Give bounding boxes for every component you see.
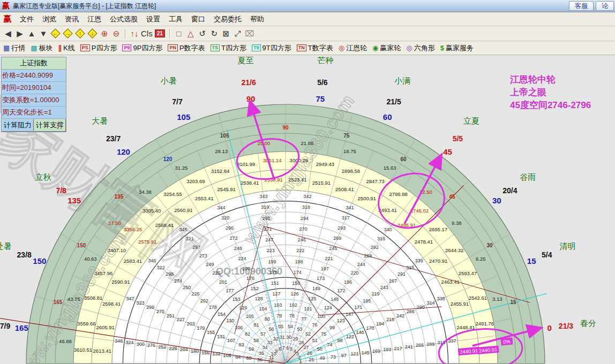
cls-button[interactable]: Cls <box>141 28 153 40</box>
ring-label: 3457.96 <box>94 270 112 276</box>
grid-icon: ▦ <box>3 44 10 52</box>
menu-item-3[interactable]: 江恩 <box>83 13 106 26</box>
rotate-cw-icon[interactable]: ↻ <box>209 28 220 40</box>
band-degree-label: 120 <box>163 156 172 162</box>
nav-right-icon[interactable]: ▶ <box>14 28 25 40</box>
info-row-2: 变换系数=1.00000 <box>2 94 66 107</box>
ring-label: 106 <box>235 325 243 330</box>
nav-left-icon[interactable]: ◀ <box>3 28 13 40</box>
ring-label: 126 <box>290 291 298 297</box>
hexagon-icon: ◎ <box>406 44 412 52</box>
application-window: 赢 赢家江恩专业版[赢家服务平台] - [上证指数 江恩轮] 客服 论 赢 文件… <box>0 0 615 364</box>
winner-wheel-icon: ◉ <box>372 44 378 52</box>
calendar-icon[interactable]: 21 <box>155 29 165 37</box>
module-p-square[interactable]: PSP四方形 <box>80 43 117 53</box>
ring-label: 2605.91 <box>96 324 114 330</box>
degree-label: 15 <box>527 256 536 266</box>
module-quotes[interactable]: ▦行情 <box>3 43 25 53</box>
triangle-tool-icon[interactable]: △ <box>185 28 196 40</box>
pan-right-icon[interactable]: → <box>63 28 72 38</box>
menu-item-4[interactable]: 公式选股 <box>106 13 142 26</box>
ring-label: 79 <box>276 313 282 318</box>
ring-label: 170 <box>366 325 374 331</box>
gann-wheel-chart-area[interactable]: 赢家财富网www.yingjia360.comwww.yingjia360.co… <box>0 55 615 364</box>
ring-label: 40.63 <box>84 256 97 262</box>
ring-label: 174 <box>294 270 302 275</box>
customer-service-button[interactable]: 客服 <box>569 1 594 11</box>
ring-label: 241 <box>405 344 413 350</box>
nav-down-icon[interactable]: ▼ <box>38 28 49 40</box>
ring-label: 171 <box>354 305 362 310</box>
ring-label: 252 <box>158 344 166 350</box>
ring-label: 2470.91 <box>429 258 447 264</box>
module-sectors[interactable]: ▩板块 <box>31 43 52 53</box>
calc-support-button[interactable]: 计算支撑 <box>34 119 66 132</box>
ring-label: 243 <box>380 285 388 290</box>
ring-label: 244 <box>357 262 365 267</box>
ring-label: 2644.32 <box>445 247 463 253</box>
fit-box-icon[interactable]: ⊠ <box>221 28 231 40</box>
ring-label: 294 <box>301 216 309 221</box>
module-winner-service[interactable]: $赢家服务 <box>440 43 474 53</box>
ring-label: 2583.41 <box>124 258 142 264</box>
pan-down-icon[interactable]: ↓ <box>87 28 97 38</box>
menu-item-1[interactable]: 浏览 <box>38 13 61 26</box>
calc-resistance-button[interactable]: 计算阻力 <box>2 119 34 132</box>
quote-info-panel: 上证指数 价格=2440.9099时间=20190104变换系数=1.00000… <box>1 57 66 132</box>
modules-toolbar: ▦行情▩板块∥K线PSP四方形P99P四方形PNP数字表TST四方形T99T四方… <box>0 41 615 55</box>
zoom-in-icon[interactable]: ⊕ <box>99 28 110 40</box>
menu-item-0[interactable]: 文件 <box>16 13 38 26</box>
menu-item-5[interactable]: 设置 <box>142 13 164 26</box>
ring-label: 53 <box>297 327 302 332</box>
ring-label: 2508.41 <box>335 186 354 192</box>
clear-screen-icon[interactable]: ⌧ <box>244 28 255 40</box>
updown-sort-icon[interactable]: ↑↓ <box>129 28 140 40</box>
ring-label: 219 <box>372 291 380 297</box>
ring-label: 223 <box>267 248 275 253</box>
menu-item-6[interactable]: 工具 <box>164 13 187 26</box>
menu-item-2[interactable]: 资讯 <box>61 13 83 26</box>
module-hexagon[interactable]: ◎六角形 <box>406 43 434 53</box>
module-9t-square[interactable]: T99T四方形 <box>252 43 291 53</box>
menu-item-9[interactable]: 帮助 <box>246 13 268 26</box>
pan-up-icon[interactable]: ↑ <box>75 28 85 38</box>
ring-label: 3051.14 <box>263 157 281 163</box>
rotate-ccw-icon[interactable]: ↺ <box>197 28 208 40</box>
module-sectors-label: 板块 <box>39 43 53 53</box>
ring-label: 2455.91 <box>451 301 469 307</box>
menu-item-8[interactable]: 交易委托 <box>209 13 246 26</box>
degree-label: 30 <box>492 196 501 205</box>
ring-label: 131 <box>217 334 225 339</box>
ring-label: 273 <box>199 253 207 259</box>
nav-up-icon[interactable]: ▲ <box>26 28 37 40</box>
module-p-table[interactable]: PNP数字表 <box>168 43 205 53</box>
resize-icon[interactable]: ⤢ <box>232 28 243 40</box>
rect-tool-icon[interactable]: □ <box>174 28 184 40</box>
zoom-out-icon[interactable]: ⊖ <box>111 28 122 40</box>
ring-label: 318 <box>302 204 310 210</box>
module-t-square[interactable]: TST四方形 <box>211 43 246 53</box>
menu-item-7[interactable]: 窗口 <box>187 13 209 26</box>
ring-label: 222 <box>296 248 304 253</box>
pn-badge-icon: PN <box>168 44 178 51</box>
ring-label: 149 <box>312 286 320 291</box>
pan-left-icon[interactable]: ← <box>50 28 60 38</box>
module-t-table[interactable]: TNT数字表 <box>297 43 333 53</box>
ring-label: 102 <box>289 302 297 308</box>
module-9p-square[interactable]: P99P四方形 <box>122 43 162 53</box>
note-line: 45度空间2746-2796 <box>510 99 591 112</box>
solar-term-label: 小满 <box>394 76 410 85</box>
band-degree-label: 165 <box>54 299 63 305</box>
module-winner-wheel[interactable]: ◉赢家轮 <box>372 43 401 53</box>
ring-label: 292 <box>371 245 379 250</box>
module-winner-wheel-label: 赢家轮 <box>380 43 401 53</box>
ring-label: 29 <box>293 336 298 342</box>
ring-label: 121 <box>351 351 359 357</box>
module-gann-wheel[interactable]: ◎江恩轮 <box>339 43 367 53</box>
ring-label: 2545.91 <box>218 186 236 192</box>
forum-button-partial[interactable]: 论 <box>596 1 614 11</box>
module-kline-label: K线 <box>63 43 75 53</box>
module-kline[interactable]: ∥K线 <box>58 43 75 53</box>
module-winner-service-label: 赢家服务 <box>446 43 474 53</box>
ring-label: 60 <box>246 355 252 361</box>
